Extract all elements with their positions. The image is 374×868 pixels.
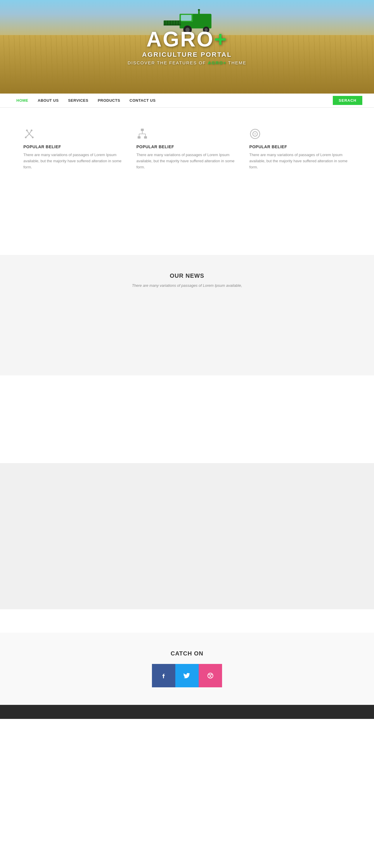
wide-section [0,375,374,463]
white-section-2 [0,609,374,633]
svg-point-17 [25,136,27,138]
hero-title-main: AGRO [146,28,214,51]
features-section: POPULAR BELIEF There are many variations… [0,107,374,196]
hero-tagline-prefix: DISCOVER THE FEATURES OF [128,60,208,65]
feature-title-1: POPULAR BELIEF [23,145,125,149]
feature-card-3: POPULAR BELIEF There are many variations… [249,125,351,173]
hero-tagline-suffix: THEME [227,60,246,65]
svg-point-31 [208,673,213,678]
hero-tagline: DISCOVER THE FEATURES OF AGRO+ THEME [128,60,247,65]
navbar: HOME ABOUT US SERVICES PRODUCTS CONTACT … [0,94,374,107]
social-icons [23,664,351,687]
nav-contact[interactable]: CONTACT US [125,94,160,107]
features-grid: POPULAR BELIEF There are many variations… [23,125,351,173]
svg-rect-23 [144,136,147,138]
footer [0,705,374,719]
nav-services[interactable]: SERVICES [63,94,93,107]
tools-icon [23,128,125,140]
feature-card-1: POPULAR BELIEF There are many variations… [23,125,125,173]
feature-title-3: POPULAR BELIEF [249,145,351,149]
catch-title: CATCH ON [23,650,351,657]
svg-rect-21 [141,129,144,131]
svg-point-30 [254,133,256,134]
facebook-button[interactable] [152,664,175,687]
gray-section [0,463,374,609]
facebook-icon [160,672,168,680]
feature-title-2: POPULAR BELIEF [136,145,238,149]
feature-text-1: There are many variations of passages of… [23,152,125,170]
svg-rect-15 [198,10,200,16]
feature-text-2: There are many variations of passages of… [136,152,238,170]
news-section: OUR NEWS There are many variations of pa… [0,255,374,375]
hero-title: AGRO+ [128,29,247,50]
dribbble-button[interactable] [199,664,222,687]
hero-plus: + [214,28,228,51]
catch-section: CATCH ON [0,633,374,705]
nav-links: HOME ABOUT US SERVICES PRODUCTS CONTACT … [12,94,333,107]
hero-subtitle: AGRICULTURE PORTAL [128,51,247,59]
search-button[interactable]: SERACH [333,96,362,105]
feature-text-3: There are many variations of passages of… [249,152,351,170]
circle-icon [249,128,351,140]
dribbble-icon [206,672,214,680]
twitter-icon [183,672,191,680]
svg-point-19 [26,129,28,131]
hierarchy-icon [136,128,238,140]
svg-rect-2 [181,15,192,21]
svg-point-20 [31,129,32,131]
hero-section: AGRO+ AGRICULTURE PORTAL DISCOVER THE FE… [0,0,374,94]
nav-products[interactable]: PRODUCTS [93,94,125,107]
hero-content: AGRO+ AGRICULTURE PORTAL DISCOVER THE FE… [128,29,247,65]
news-subtitle: There are many variations of passages of… [23,283,351,288]
svg-point-16 [198,9,200,10]
news-title: OUR NEWS [23,273,351,279]
feature-card-2: POPULAR BELIEF There are many variations… [136,125,238,173]
svg-rect-22 [138,136,140,138]
spacer-white [0,196,374,255]
twitter-button[interactable] [175,664,199,687]
nav-home[interactable]: HOME [12,94,33,107]
nav-about[interactable]: ABOUT US [33,94,63,107]
svg-point-18 [32,136,34,138]
hero-tagline-brand: AGRO+ [208,60,227,65]
